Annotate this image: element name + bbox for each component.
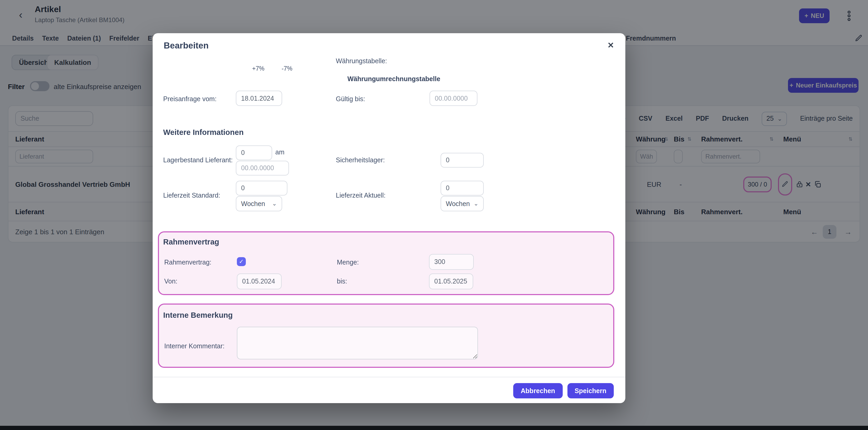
von-label: Von: bbox=[164, 278, 177, 285]
lead-std-unit-select[interactable]: Wochen ⌄ bbox=[236, 196, 282, 211]
stock-label: Lagerbestand Lieferant: bbox=[163, 156, 232, 164]
lead-std-input[interactable] bbox=[236, 181, 287, 196]
chevron-down-icon: ⌄ bbox=[474, 200, 478, 207]
cancel-button[interactable]: Abbrechen bbox=[514, 383, 563, 398]
rahmenvertrag-section: Rahmenvertrag Rahmenvertrag: ✓ Menge: Vo… bbox=[158, 231, 614, 295]
lead-std-label: Lieferzeit Standard: bbox=[163, 192, 220, 199]
stock-date-input[interactable] bbox=[236, 161, 289, 175]
safety-stock-label: Sicherheitslager: bbox=[336, 156, 385, 164]
stock-am-label: am bbox=[275, 149, 284, 156]
lead-std-unit-value: Wochen bbox=[241, 200, 265, 207]
lead-act-input[interactable] bbox=[441, 181, 484, 196]
rahmenvertrag-title: Rahmenvertrag bbox=[163, 238, 219, 246]
menge-input[interactable] bbox=[429, 254, 474, 270]
bis-label: bis: bbox=[337, 278, 347, 285]
modal-footer: Abbrechen Speichern bbox=[153, 377, 625, 403]
modal-title: Bearbeiten bbox=[164, 40, 209, 51]
chevron-down-icon: ⌄ bbox=[272, 200, 277, 207]
kommentar-textarea[interactable] bbox=[237, 327, 478, 360]
currency-table-label: Währungstabelle: bbox=[336, 57, 387, 65]
bis-input[interactable] bbox=[429, 274, 473, 289]
lead-act-unit-select[interactable]: Wochen ⌄ bbox=[441, 196, 484, 211]
surcharge-percent: +7% bbox=[252, 65, 265, 71]
interne-bemerkung-section: Interne Bemerkung Interner Kommentar: bbox=[158, 304, 614, 368]
valid-until-input[interactable] bbox=[430, 91, 477, 106]
price-request-label: Preisanfrage vom: bbox=[163, 95, 217, 103]
lead-act-unit-value: Wochen bbox=[446, 200, 470, 207]
menge-label: Menge: bbox=[337, 259, 359, 266]
more-info-title: Weitere Informationen bbox=[163, 128, 244, 137]
save-button[interactable]: Speichern bbox=[567, 383, 614, 398]
von-input[interactable] bbox=[237, 274, 282, 289]
stock-input[interactable] bbox=[236, 145, 272, 160]
safety-stock-input[interactable] bbox=[441, 153, 484, 168]
edit-modal: Bearbeiten ✕ +7% -7% Währungstabelle: Wä… bbox=[153, 33, 625, 403]
rahmenvertrag-checkbox[interactable]: ✓ bbox=[237, 257, 246, 266]
interne-bemerkung-title: Interne Bemerkung bbox=[163, 311, 232, 319]
price-request-input[interactable] bbox=[236, 91, 282, 106]
close-icon[interactable]: ✕ bbox=[608, 40, 614, 50]
lead-act-label: Lieferzeit Aktuell: bbox=[336, 192, 385, 199]
bottom-bar bbox=[0, 426, 868, 430]
app-root: ‹ Artikel Laptop Tasche (Artikel BM1004)… bbox=[0, 0, 868, 430]
kommentar-label: Interner Kommentar: bbox=[164, 343, 224, 350]
rahmenvertrag-check-label: Rahmenvertrag: bbox=[164, 259, 211, 266]
discount-percent: -7% bbox=[282, 65, 292, 71]
valid-until-label: Gültig bis: bbox=[336, 95, 365, 103]
currency-table-link[interactable]: Währungumrechnungstabelle bbox=[347, 75, 440, 83]
